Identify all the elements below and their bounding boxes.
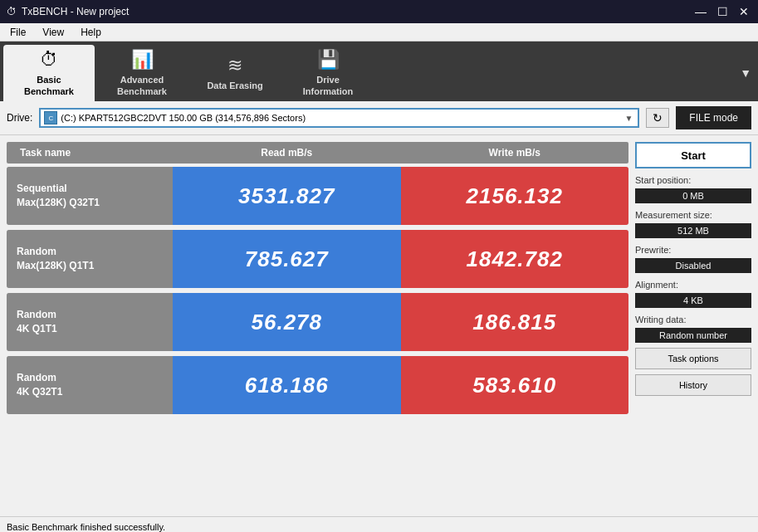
start-button[interactable]: Start [635,142,751,168]
measurement-size-value: 512 MB [635,223,751,238]
alignment-label: Alignment: [635,280,751,290]
drive-label: Drive: [7,112,32,124]
advanced-benchmark-icon: 📊 [131,49,154,71]
title-bar-controls: — ☐ ✕ [693,5,751,18]
data-erasing-label: Data Erasing [207,80,262,91]
write-value-random-4k-q1: 186.815 [401,293,629,351]
basic-benchmark-icon: ⏱ [40,49,58,71]
drive-information-label: DriveInformation [303,74,354,98]
menu-help[interactable]: Help [74,25,108,40]
title-bar-left: ⏱ TxBENCH - New project [7,6,129,17]
drive-icon: C [44,111,57,124]
write-value-sequential: 2156.132 [401,167,629,225]
writing-data-value: Random number [635,328,751,343]
read-value-sequential: 3531.827 [173,167,401,225]
minimize-button[interactable]: — [693,5,708,18]
refresh-button[interactable]: ↻ [646,108,669,128]
prewrite-value: Disabled [635,258,751,273]
read-value-random-4k-q1: 56.278 [173,293,401,351]
toolbar: ⏱ BasicBenchmark 📊 AdvancedBenchmark ≋ D… [0,41,758,101]
read-value-random-128k: 785.627 [173,230,401,288]
menu-bar: File View Help [0,23,758,41]
app-title: TxBENCH - New project [22,6,129,17]
drive-information-icon: 💾 [317,49,340,71]
benchmark-table: Task name Read mB/s Write mB/s Sequentia… [7,142,628,510]
column-task-name: Task name [7,142,173,164]
write-value-random-128k: 1842.782 [401,230,629,288]
task-name-random-4k-q1: Random4K Q1T1 [7,293,173,351]
menu-file[interactable]: File [3,25,32,40]
main-content: Task name Read mB/s Write mB/s Sequentia… [0,135,758,516]
title-bar: ⏱ TxBENCH - New project — ☐ ✕ [0,0,758,23]
advanced-benchmark-label: AdvancedBenchmark [117,74,167,98]
file-mode-button[interactable]: FILE mode [676,106,751,129]
write-value-random-4k-q32: 583.610 [401,356,629,414]
start-position-value: 0 MB [635,188,751,203]
drive-dropdown-arrow: ▼ [623,114,634,123]
writing-data-label: Writing data: [635,315,751,325]
column-read: Read mB/s [173,142,401,164]
toolbar-data-erasing[interactable]: ≋ Data Erasing [189,45,281,101]
prewrite-label: Prewrite: [635,245,751,255]
app-icon: ⏱ [7,6,17,17]
table-row: Random4K Q1T1 56.278 186.815 [7,293,628,351]
menu-view[interactable]: View [36,25,71,40]
column-write: Write mB/s [401,142,629,164]
history-button[interactable]: History [635,374,751,396]
table-row: Random4K Q32T1 618.186 583.610 [7,356,628,414]
status-text: Basic Benchmark finished successfully. [7,522,165,532]
alignment-value: 4 KB [635,293,751,308]
toolbar-advanced-benchmark[interactable]: 📊 AdvancedBenchmark [96,45,188,101]
data-erasing-icon: ≋ [227,55,242,76]
drive-select-inner: C (C:) KPART512GBC2DVT 150.00 GB (314,57… [44,111,623,124]
drive-bar: Drive: C (C:) KPART512GBC2DVT 150.00 GB … [0,101,758,135]
maximize-button[interactable]: ☐ [715,5,730,18]
task-name-random-4k-q32: Random4K Q32T1 [7,356,173,414]
task-name-sequential: SequentialMax(128K) Q32T1 [7,167,173,225]
start-position-label: Start position: [635,175,751,185]
sidebar: Start Start position: 0 MB Measurement s… [635,142,751,510]
drive-select[interactable]: C (C:) KPART512GBC2DVT 150.00 GB (314,57… [39,108,639,128]
task-name-random-128k: RandomMax(128K) Q1T1 [7,230,173,288]
close-button[interactable]: ✕ [736,5,751,18]
measurement-size-label: Measurement size: [635,210,751,220]
basic-benchmark-label: BasicBenchmark [24,74,74,98]
task-options-button[interactable]: Task options [635,348,751,369]
table-header: Task name Read mB/s Write mB/s [7,142,628,164]
read-value-random-4k-q32: 618.186 [173,356,401,414]
toolbar-drive-information[interactable]: 💾 DriveInformation [282,45,374,101]
toolbar-more-arrow[interactable]: ▼ [736,66,755,80]
table-row: RandomMax(128K) Q1T1 785.627 1842.782 [7,230,628,288]
drive-text: (C:) KPART512GBC2DVT 150.00 GB (314,576,… [61,113,306,123]
status-bar: Basic Benchmark finished successfully. [0,516,758,532]
table-row: SequentialMax(128K) Q32T1 3531.827 2156.… [7,167,628,225]
toolbar-basic-benchmark[interactable]: ⏱ BasicBenchmark [3,45,95,101]
